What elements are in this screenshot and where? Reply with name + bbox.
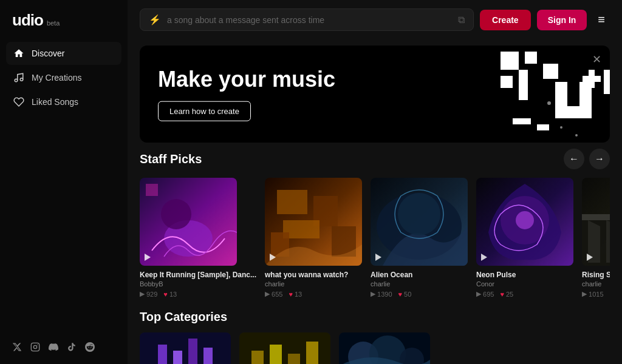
copy-icon[interactable]: ⧉ (458, 15, 465, 25)
category-item[interactable] (140, 332, 231, 364)
song-title: Alien Ocean (371, 271, 468, 279)
hero-banner: Make your music Learn how to create (140, 46, 610, 143)
staff-picks-nav: ← → (564, 149, 610, 169)
heart-icon (13, 96, 24, 107)
svg-rect-15 (537, 124, 549, 130)
play-count: ▶ 695 (476, 290, 494, 298)
song-author: BobbyB (140, 280, 256, 288)
svg-rect-44 (188, 339, 197, 364)
svg-point-3 (33, 345, 36, 348)
top-categories-header: Top Categories (140, 310, 610, 324)
svg-rect-43 (173, 351, 182, 364)
top-categories-title: Top Categories (140, 310, 227, 324)
svg-rect-42 (158, 345, 167, 364)
song-author: charlie (582, 280, 610, 288)
svg-point-36 (516, 211, 534, 229)
reddit-icon[interactable] (85, 342, 95, 354)
play-count-value: 929 (146, 291, 157, 298)
svg-point-23 (161, 199, 191, 229)
home-icon (13, 48, 24, 59)
topbar: ⚡ ⧉ Create Sign In ≡ (128, 0, 622, 39)
play-count: ▶ 1390 (371, 290, 392, 298)
learn-how-button[interactable]: Learn how to create (158, 101, 251, 121)
search-input[interactable] (167, 15, 452, 25)
svg-rect-45 (203, 348, 213, 364)
tiktok-icon[interactable] (67, 342, 77, 354)
svg-rect-49 (288, 354, 300, 364)
svg-rect-26 (277, 190, 307, 214)
search-box[interactable]: ⚡ ⧉ (140, 8, 474, 31)
song-thumbnail (476, 178, 573, 266)
like-stat-icon: ♥ (398, 291, 403, 298)
hero-close-button[interactable]: ✕ (592, 53, 601, 66)
social-links (0, 332, 128, 364)
like-count-value: 25 (506, 291, 513, 298)
song-author: charlie (371, 280, 468, 288)
svg-rect-17 (589, 70, 595, 88)
instagram-icon[interactable] (30, 342, 40, 354)
song-title: what you wanna watch? (265, 271, 362, 279)
signin-button[interactable]: Sign In (537, 10, 587, 30)
create-button[interactable]: Create (480, 10, 531, 30)
categories-row (140, 332, 610, 364)
prev-arrow-button[interactable]: ← (564, 149, 584, 169)
like-count-value: 13 (169, 291, 177, 298)
like-count-value: 13 (295, 291, 302, 298)
like-count: ♥ 25 (500, 291, 513, 298)
song-stats: ▶ 1390 ♥ 50 (371, 290, 468, 298)
song-thumbnail (582, 178, 610, 266)
like-stat-icon: ♥ (163, 291, 168, 298)
staff-picks-title: Staff Picks (140, 152, 202, 166)
menu-button[interactable]: ≡ (593, 10, 610, 29)
song-stats: ▶ 655 ♥ 13 (265, 290, 362, 298)
sidebar-item-my-creations-label: My Creations (32, 73, 81, 83)
song-author: Conor (476, 280, 573, 288)
top-categories-section: Top Categories (128, 310, 622, 364)
play-count-value: 1015 (589, 291, 603, 298)
music-note-icon (13, 72, 24, 83)
hero-art (367, 46, 610, 143)
play-count: ▶ 929 (140, 290, 157, 298)
song-title: Keep It Running [Sample], Danc... (140, 271, 256, 279)
play-icon (270, 254, 276, 261)
like-stat-icon: ♥ (289, 291, 293, 298)
nav-menu: Discover My Creations Liked Songs (0, 42, 128, 113)
discord-icon[interactable] (49, 342, 58, 354)
logo: udio (12, 11, 43, 30)
play-stat-icon: ▶ (582, 290, 587, 298)
svg-rect-41 (140, 332, 231, 364)
song-title: Rising Sun Gospel (582, 271, 610, 279)
sidebar-item-my-creations[interactable]: My Creations (6, 66, 121, 89)
sidebar-item-liked-songs-label: Liked Songs (32, 97, 78, 107)
staff-picks-section: Staff Picks ← → Keep It Running [Sample]… (128, 149, 622, 298)
svg-point-33 (398, 193, 440, 235)
category-item[interactable] (339, 332, 430, 364)
song-card[interactable]: what you wanna watch? charlie ▶ 655 ♥ 13 (265, 178, 362, 298)
play-count-value: 1390 (377, 291, 392, 298)
song-card[interactable]: Rising Sun Gospel charlie ▶ 1015 ♥ 31 (582, 178, 610, 298)
sidebar-item-discover[interactable]: Discover (6, 42, 121, 65)
svg-point-18 (547, 101, 551, 105)
song-stats: ▶ 929 ♥ 13 (140, 290, 256, 298)
song-card[interactable]: Neon Pulse Conor ▶ 695 ♥ 25 (476, 178, 573, 298)
sidebar: udio beta Discover My Creations Liked So… (0, 0, 128, 364)
category-item[interactable] (239, 332, 330, 364)
play-count: ▶ 655 (265, 290, 282, 298)
twitter-icon[interactable] (12, 342, 22, 354)
song-card[interactable]: Keep It Running [Sample], Danc... BobbyB… (140, 178, 256, 298)
play-stat-icon: ▶ (371, 290, 375, 298)
sidebar-item-liked-songs[interactable]: Liked Songs (6, 90, 121, 113)
song-title: Neon Pulse (476, 271, 573, 279)
next-arrow-button[interactable]: → (589, 149, 610, 169)
song-card[interactable]: Alien Ocean charlie ▶ 1390 ♥ 50 (371, 178, 468, 298)
svg-rect-2 (31, 343, 39, 351)
like-count: ♥ 13 (163, 291, 177, 298)
play-icon (481, 254, 487, 261)
like-stat-icon: ♥ (500, 291, 504, 298)
svg-rect-9 (501, 76, 513, 88)
like-count-value: 50 (404, 291, 411, 298)
staff-picks-header: Staff Picks ← → (140, 149, 610, 169)
play-count: ▶ 1015 (582, 290, 603, 298)
song-thumbnail (371, 178, 468, 266)
svg-rect-48 (270, 345, 282, 364)
